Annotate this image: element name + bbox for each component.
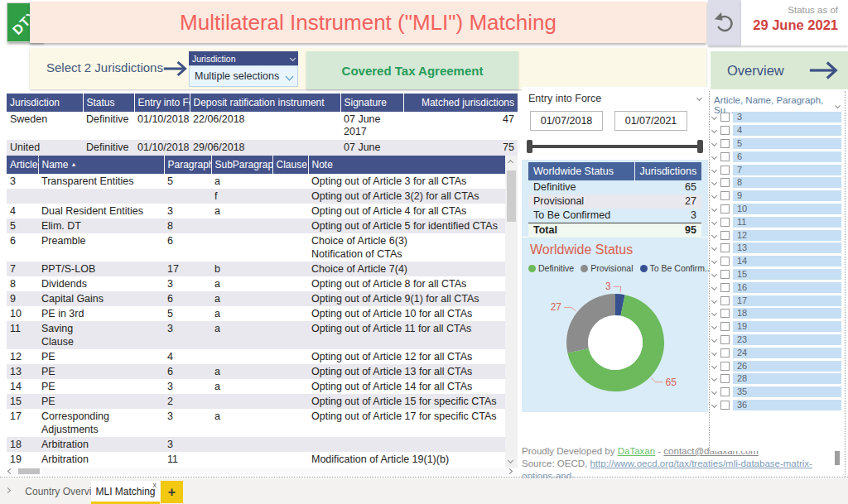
chevron-down-icon[interactable] bbox=[711, 114, 717, 120]
checkbox[interactable] bbox=[720, 348, 730, 358]
checkbox[interactable] bbox=[720, 166, 730, 175]
table-vertical-scrollbar[interactable] bbox=[505, 156, 518, 468]
checkbox[interactable] bbox=[720, 309, 730, 318]
column-header[interactable]: Worldwide Status bbox=[528, 162, 634, 180]
matching-row[interactable]: 9Capital Gains6aOpting out of Article 9(… bbox=[7, 291, 505, 306]
checkbox[interactable] bbox=[720, 283, 730, 292]
checkbox[interactable] bbox=[720, 374, 730, 383]
chevron-down-icon[interactable] bbox=[711, 141, 717, 146]
column-header[interactable]: Clause bbox=[272, 156, 308, 174]
chevron-down-icon[interactable] bbox=[711, 310, 717, 316]
column-header[interactable]: Paragraph bbox=[164, 156, 211, 174]
chevron-down-icon[interactable] bbox=[711, 376, 717, 382]
close-icon[interactable]: x bbox=[153, 482, 157, 489]
status-row[interactable]: To Be Confirmed3 bbox=[528, 209, 701, 223]
date-start-input[interactable]: 01/07/2018 bbox=[530, 111, 603, 131]
column-header[interactable]: Jurisdiction bbox=[7, 94, 83, 112]
article-slicer-item[interactable]: 9 bbox=[712, 190, 841, 203]
article-slicer-item[interactable]: 18 bbox=[712, 307, 841, 320]
article-slicer-item[interactable]: 35 bbox=[712, 386, 841, 399]
article-slicer-item[interactable]: 3 bbox=[712, 111, 841, 124]
chevron-down-icon[interactable] bbox=[711, 337, 717, 343]
date-end-input[interactable]: 01/07/2021 bbox=[614, 111, 687, 131]
chevron-down-icon[interactable] bbox=[711, 233, 717, 238]
article-slicer-item[interactable]: 7 bbox=[712, 163, 841, 176]
column-header[interactable]: Matched jurisdictions bbox=[403, 94, 518, 112]
matching-row[interactable]: 4Dual Resident Entities3aOpting out of A… bbox=[7, 204, 505, 218]
chevron-down-icon[interactable] bbox=[711, 127, 717, 133]
checkbox[interactable] bbox=[720, 257, 730, 266]
column-header[interactable]: SubParagraph bbox=[211, 156, 272, 174]
checkbox[interactable] bbox=[720, 335, 730, 344]
article-slicer-item[interactable]: 24 bbox=[712, 346, 841, 359]
article-slicer-item[interactable]: 23 bbox=[712, 334, 841, 347]
dataxan-link[interactable]: DaTaxan bbox=[618, 446, 655, 456]
article-slicer-item[interactable]: 15 bbox=[712, 268, 841, 281]
article-slicer-item[interactable]: 36 bbox=[712, 399, 841, 412]
checkbox[interactable] bbox=[720, 204, 730, 214]
back-button[interactable] bbox=[708, 0, 741, 46]
checkbox[interactable] bbox=[720, 191, 730, 200]
overview-button[interactable]: Overview bbox=[711, 51, 848, 89]
chevron-down-icon[interactable] bbox=[711, 167, 717, 173]
jurisdiction-dropdown-header[interactable]: Jurisdiction bbox=[189, 51, 298, 65]
chevron-down-icon[interactable] bbox=[711, 245, 717, 251]
chevron-down-icon[interactable] bbox=[711, 402, 717, 408]
column-header[interactable]: Note bbox=[308, 156, 505, 174]
article-slicer-item[interactable]: 12 bbox=[712, 228, 841, 242]
article-slicer-item[interactable]: 13 bbox=[712, 242, 841, 255]
scroll-right-icon[interactable] bbox=[507, 468, 513, 474]
matching-row[interactable]: 7PPT/S-LOB17bChoice of Article 7(4) bbox=[7, 262, 505, 276]
matching-row[interactable]: 6Preamble6Choice of Article 6(3) Notific… bbox=[7, 233, 505, 262]
chevron-down-icon[interactable] bbox=[711, 193, 717, 199]
chevron-down-icon[interactable] bbox=[711, 206, 717, 212]
status-row[interactable]: Definitive65 bbox=[528, 180, 701, 194]
matching-row[interactable]: 11Saving Clause3aOpting out of Article 1… bbox=[7, 321, 505, 349]
scroll-down-icon[interactable] bbox=[508, 458, 513, 463]
column-header[interactable]: Name▲ bbox=[38, 156, 164, 174]
article-slicer-item[interactable]: 28 bbox=[712, 372, 841, 386]
chevron-down-icon[interactable] bbox=[696, 95, 702, 101]
matching-row[interactable]: 14PE3aOpting out of Article 14 for all C… bbox=[7, 379, 505, 394]
checkbox[interactable] bbox=[720, 362, 730, 371]
column-header[interactable]: Jurisdictions bbox=[634, 162, 701, 180]
checkbox[interactable] bbox=[720, 387, 730, 396]
article-slicer-item[interactable]: 16 bbox=[712, 281, 841, 294]
article-slicer-item[interactable]: 17 bbox=[712, 294, 841, 307]
chevron-down-icon[interactable] bbox=[711, 258, 717, 264]
slider-handle-right[interactable] bbox=[697, 140, 703, 153]
checkbox[interactable] bbox=[720, 296, 730, 305]
article-slicer-item[interactable]: 14 bbox=[712, 255, 841, 268]
matching-row[interactable]: 19Arbitration11Modification of Article 1… bbox=[7, 452, 505, 467]
matching-row[interactable]: 13PE6aOpting out of Article 13 for all C… bbox=[7, 364, 505, 379]
tab-nav-chevron-right-icon[interactable] bbox=[5, 487, 11, 493]
matching-row[interactable]: 17Corresponding Adjustments3aOpting out … bbox=[7, 409, 505, 437]
column-header[interactable]: Signature bbox=[340, 94, 403, 112]
chevron-down-icon[interactable] bbox=[711, 154, 717, 160]
chevron-down-icon[interactable] bbox=[711, 298, 717, 304]
article-slicer-item[interactable]: 8 bbox=[712, 176, 841, 190]
article-slicer-item[interactable]: 6 bbox=[712, 150, 841, 163]
article-slicer-item[interactable]: 11 bbox=[712, 215, 841, 228]
matching-row[interactable]: 15PE2Opting out of Article 15 for specif… bbox=[7, 394, 505, 409]
checkbox[interactable] bbox=[720, 113, 730, 122]
checkbox[interactable] bbox=[720, 243, 730, 252]
column-header[interactable]: Status bbox=[83, 94, 134, 112]
scrollbar-thumb[interactable] bbox=[507, 170, 516, 222]
table-horizontal-scrollbar[interactable] bbox=[7, 468, 513, 475]
matching-row[interactable]: 12PE4Opting out of Article 12 for all CT… bbox=[7, 349, 505, 364]
column-header[interactable]: Article bbox=[7, 156, 38, 174]
matching-row[interactable]: fOpting out of Article 3(2) for all CTAs bbox=[7, 189, 505, 204]
scroll-up-icon[interactable] bbox=[508, 160, 513, 166]
article-slicer-item[interactable]: 19 bbox=[712, 320, 841, 334]
checkbox[interactable] bbox=[720, 126, 730, 135]
chevron-down-icon[interactable] bbox=[711, 219, 717, 225]
article-slicer-item[interactable]: 10 bbox=[712, 203, 841, 216]
chevron-down-icon[interactable] bbox=[711, 362, 717, 368]
jurisdiction-dropdown-value[interactable]: Multiple selections bbox=[189, 65, 298, 87]
checkbox[interactable] bbox=[720, 178, 730, 187]
checkbox[interactable] bbox=[720, 401, 730, 410]
checkbox[interactable] bbox=[720, 231, 730, 240]
jurisdiction-row[interactable]: SwedenDefinitive01/10/201822/06/201807 J… bbox=[7, 112, 518, 140]
slider-handle-left[interactable] bbox=[527, 140, 532, 153]
